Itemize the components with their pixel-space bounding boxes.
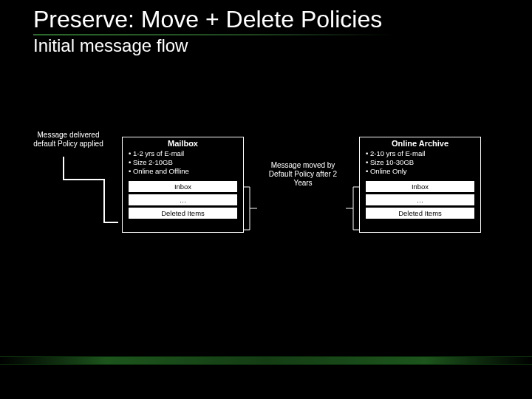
footer-stripe [0,356,532,365]
connector-mailbox-to-archive [244,184,359,233]
archive-panel: Online Archive • 2-10 yrs of E-mail • Si… [359,137,481,233]
connector-segment [103,222,118,223]
connector-segment [103,179,105,222]
page-title: Preserve: Move + Delete Policies [33,6,382,33]
connector-segment [63,157,64,179]
mailbox-panel: Mailbox • 1-2 yrs of E-mail • Size 2-10G… [122,137,244,233]
connector-segment [63,179,103,180]
archive-row-blank: … [366,194,474,205]
label-message-delivered: Message delivered default Policy applied [26,131,111,149]
archive-row-deleted: Deleted Items [366,208,474,219]
mailbox-bullet: • 1-2 yrs of E-mail [129,149,237,158]
archive-row-inbox: Inbox [366,181,474,192]
page-subtitle: Initial message flow [33,35,188,56]
mailbox-row-deleted: Deleted Items [129,208,237,219]
mailbox-bullet: • Size 2-10GB [129,158,237,167]
mailbox-row-inbox: Inbox [129,181,237,192]
mailbox-title: Mailbox [123,139,243,148]
archive-bullet: • Size 10-30GB [366,158,474,167]
archive-title: Online Archive [360,139,480,148]
archive-bullets: • 2-10 yrs of E-mail • Size 10-30GB • On… [360,148,480,179]
archive-bullet: • Online Only [366,167,474,176]
mailbox-row-blank: … [129,194,237,205]
mailbox-bullet: • Online and Offline [129,167,237,176]
mailbox-bullets: • 1-2 yrs of E-mail • Size 2-10GB • Onli… [123,148,243,179]
archive-bullet: • 2-10 yrs of E-mail [366,149,474,158]
